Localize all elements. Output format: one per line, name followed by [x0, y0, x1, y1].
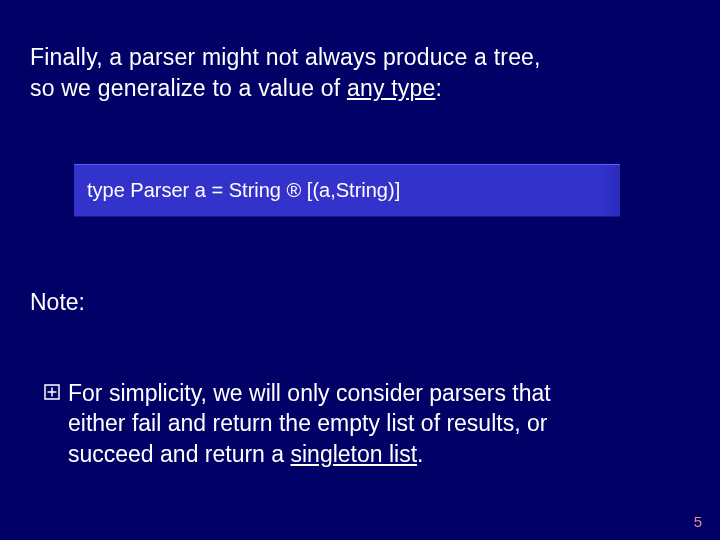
arrow-icon: ®: [287, 179, 302, 201]
code-prefix: type Parser a = String: [87, 179, 287, 201]
list-item: For simplicity, we will only consider pa…: [44, 378, 672, 469]
code-block: type Parser a = String ® [(a,String)]: [74, 164, 620, 217]
code-suffix: [(a,String)]: [301, 179, 400, 201]
bullet-icon: [44, 384, 66, 410]
page-number: 5: [694, 513, 702, 530]
intro-line-2a: so we generalize to a value of: [30, 75, 347, 101]
bullet-line-cafter: .: [417, 441, 423, 467]
bullet-line-c: succeed and return a: [68, 441, 290, 467]
bullet-line-b: either fail and return the empty list of…: [68, 410, 547, 436]
bullet-list: For simplicity, we will only consider pa…: [44, 378, 690, 469]
note-label: Note:: [30, 289, 690, 316]
slide: Finally, a parser might not always produ…: [0, 0, 720, 540]
bullet-line-a: For simplicity, we will only consider pa…: [68, 380, 551, 406]
code-block-container: type Parser a = String ® [(a,String)]: [74, 164, 620, 217]
code-line: type Parser a = String ® [(a,String)]: [87, 177, 607, 203]
intro-line-2after: :: [435, 75, 442, 101]
intro-paragraph: Finally, a parser might not always produ…: [30, 42, 690, 104]
bullet-text: For simplicity, we will only consider pa…: [68, 378, 672, 469]
intro-underlined: any type: [347, 75, 436, 101]
intro-line-1: Finally, a parser might not always produ…: [30, 44, 541, 70]
bullet-underlined: singleton list: [290, 441, 417, 467]
